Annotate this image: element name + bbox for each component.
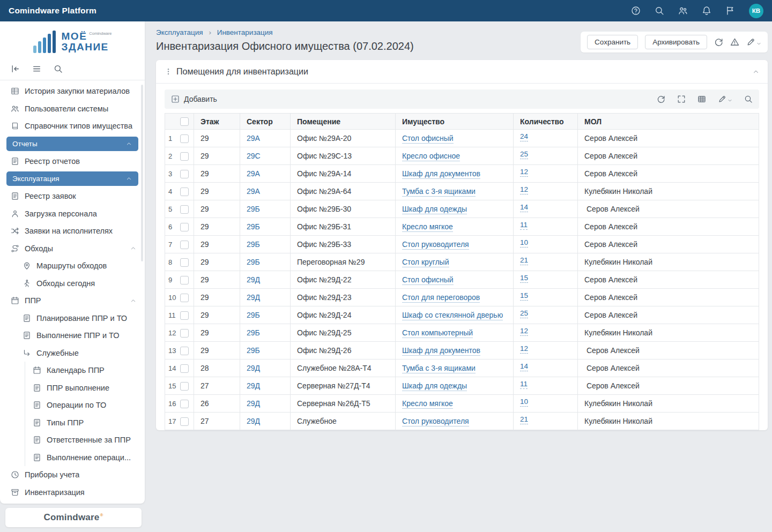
column-header-quantity[interactable]: Количество: [514, 114, 578, 130]
warning-icon[interactable]: [730, 38, 739, 47]
sector-link[interactable]: 29Д: [247, 381, 260, 390]
sidebar-search-icon[interactable]: [54, 64, 63, 73]
menu-list-icon[interactable]: [32, 64, 41, 73]
table-edit-dropdown[interactable]: [718, 95, 732, 103]
asset-link[interactable]: Кресло мягкое: [402, 399, 453, 409]
breadcrumb-link-exploitation[interactable]: Эксплуатация: [156, 28, 203, 36]
users-icon[interactable]: [678, 6, 688, 16]
notifications-bell-icon[interactable]: [702, 6, 711, 16]
sidebar-item-16[interactable]: Календарь ППР: [25, 362, 145, 379]
quantity-value[interactable]: 12: [520, 327, 528, 336]
sidebar-item-7[interactable]: Загрузка персонала: [0, 205, 145, 223]
quantity-value[interactable]: 21: [520, 256, 528, 265]
sidebar-item-22[interactable]: Приборы учета: [0, 466, 145, 484]
column-header-mol[interactable]: МОЛ: [578, 114, 759, 130]
asset-link[interactable]: Кресло офисное: [402, 152, 460, 161]
asset-link[interactable]: Стол круглый: [402, 258, 449, 267]
sector-link[interactable]: 29Б: [247, 328, 260, 337]
quantity-value[interactable]: 15: [520, 274, 528, 283]
quantity-value[interactable]: 11: [520, 380, 528, 389]
sidebar-item-21[interactable]: Выполнение операци...: [25, 449, 145, 467]
sector-link[interactable]: 29Д: [247, 417, 260, 425]
sidebar-item-8[interactable]: Заявки на исполнителях: [0, 222, 145, 240]
sidebar-item-1[interactable]: Пользователи системы: [0, 100, 145, 118]
row-checkbox[interactable]: [180, 417, 189, 426]
sidebar-item-4[interactable]: Реестр отчетов: [0, 153, 145, 170]
sector-link[interactable]: 29Д: [247, 275, 260, 284]
sidebar-item-20[interactable]: Ответственные за ППР: [25, 431, 145, 449]
row-checkbox[interactable]: [180, 329, 189, 338]
sector-link[interactable]: 29Д: [247, 399, 260, 408]
quantity-value[interactable]: 10: [520, 398, 528, 407]
sidebar-section-3[interactable]: Отчеты: [6, 137, 138, 151]
column-header-floor[interactable]: Этаж: [194, 114, 240, 130]
flag-icon[interactable]: [725, 6, 735, 16]
refresh-table-icon[interactable]: [657, 95, 665, 103]
search-icon[interactable]: [655, 6, 664, 16]
asset-link[interactable]: Стол офисный: [402, 134, 454, 144]
row-checkbox[interactable]: [180, 382, 189, 391]
asset-link[interactable]: Шкаф для одежды: [402, 381, 467, 391]
sector-link[interactable]: 29Б: [247, 222, 260, 231]
quantity-value[interactable]: 21: [520, 415, 528, 424]
sector-link[interactable]: 29Д: [247, 364, 260, 372]
row-checkbox[interactable]: [180, 311, 189, 320]
sector-link[interactable]: 29Б: [247, 240, 260, 249]
row-checkbox[interactable]: [180, 241, 189, 249]
sector-link[interactable]: 29Д: [247, 293, 260, 302]
asset-link[interactable]: Шкаф со стеклянной дверью: [402, 311, 503, 320]
sector-link[interactable]: 29А: [247, 169, 260, 178]
row-checkbox[interactable]: [180, 258, 189, 267]
sidebar-item-12[interactable]: ППР: [0, 292, 145, 310]
sector-link[interactable]: 29А: [247, 134, 260, 143]
quantity-value[interactable]: 14: [520, 362, 528, 371]
quantity-value[interactable]: 25: [520, 309, 528, 318]
quantity-value[interactable]: 14: [520, 203, 528, 212]
add-button[interactable]: Добавить: [171, 95, 217, 103]
breadcrumb-link-inventory[interactable]: Инвентаризация: [217, 28, 273, 36]
row-checkbox[interactable]: [180, 223, 189, 231]
quantity-value[interactable]: 15: [520, 291, 528, 301]
sidebar-item-6[interactable]: Реестр заявок: [0, 188, 145, 205]
collapse-panel-icon[interactable]: [753, 69, 759, 75]
column-header-sector[interactable]: Сектор: [240, 114, 291, 130]
row-checkbox[interactable]: [180, 205, 189, 214]
fullscreen-icon[interactable]: [677, 95, 686, 103]
sector-link[interactable]: 29Б: [247, 205, 260, 213]
edit-dropdown[interactable]: [746, 38, 761, 47]
sidebar-item-0[interactable]: История закупки материалов: [0, 83, 145, 100]
row-checkbox[interactable]: [180, 347, 189, 355]
row-checkbox[interactable]: [180, 188, 189, 196]
select-all-checkbox[interactable]: [180, 117, 189, 126]
sector-link[interactable]: 29С: [247, 152, 261, 160]
sector-link[interactable]: 29Б: [247, 346, 260, 355]
sidebar-item-14[interactable]: Выполнение ППР и ТО: [0, 327, 145, 344]
row-checkbox[interactable]: [180, 152, 189, 161]
quantity-value[interactable]: 25: [520, 150, 528, 159]
sidebar-item-15[interactable]: Служебные: [0, 344, 145, 362]
asset-link[interactable]: Стол офисный: [402, 275, 454, 285]
sidebar-item-23[interactable]: Инвентаризация: [0, 484, 145, 501]
save-button[interactable]: Сохранить: [587, 35, 638, 49]
asset-link[interactable]: Тумба с 3-я ящиками: [402, 187, 476, 197]
archive-button[interactable]: Архивировать: [645, 35, 707, 49]
asset-link[interactable]: Шкаф для одежды: [402, 205, 467, 214]
refresh-icon[interactable]: [714, 38, 723, 47]
sidebar-item-2[interactable]: Справочник типов имущества: [0, 117, 145, 135]
sidebar-item-13[interactable]: Планирование ППР и ТО: [0, 310, 145, 327]
quantity-value[interactable]: 11: [520, 221, 528, 230]
asset-link[interactable]: Кресло мягкое: [402, 222, 453, 232]
asset-link[interactable]: Стол руководителя: [402, 417, 469, 426]
quantity-value[interactable]: 12: [520, 168, 528, 177]
quantity-value[interactable]: 10: [520, 238, 528, 248]
help-icon[interactable]: [631, 6, 641, 16]
sector-link[interactable]: 29А: [247, 187, 260, 196]
sector-link[interactable]: 29Б: [247, 258, 260, 266]
row-checkbox[interactable]: [180, 364, 189, 373]
table-view-icon[interactable]: [697, 95, 706, 103]
sidebar-item-10[interactable]: Маршруты обходов: [0, 257, 145, 275]
quantity-value[interactable]: 12: [520, 185, 528, 194]
sidebar-item-19[interactable]: Типы ППР: [25, 414, 145, 432]
row-checkbox[interactable]: [180, 276, 189, 284]
row-checkbox[interactable]: [180, 294, 189, 302]
